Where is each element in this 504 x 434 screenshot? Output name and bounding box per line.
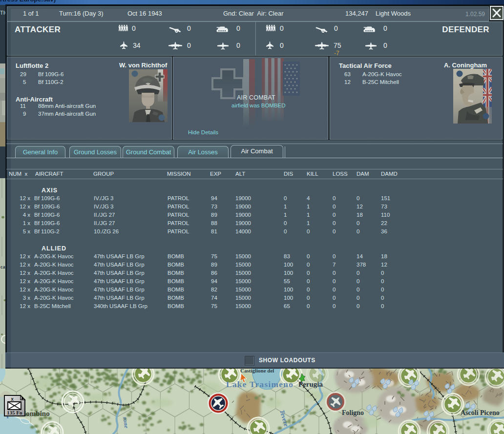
svg-text:135 Fo: 135 Fo <box>7 410 22 415</box>
svg-text:Foligno: Foligno <box>342 409 364 416</box>
svg-text:x: x <box>11 396 14 402</box>
svg-text:Castiglione del: Castiglione del <box>240 369 274 373</box>
svg-text:Lake Trasimeno: Lake Trasimeno <box>226 379 294 389</box>
svg-text:ca: ca <box>0 264 5 269</box>
svg-text:Ascoli Piceno: Ascoli Piceno <box>461 409 500 416</box>
svg-text:Perugia: Perugia <box>298 380 323 388</box>
